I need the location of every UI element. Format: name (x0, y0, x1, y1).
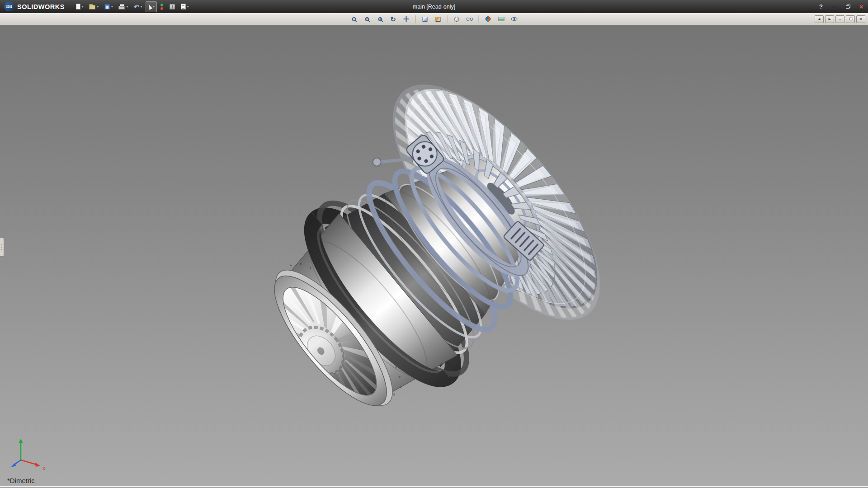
close-document-icon: × (859, 17, 862, 21)
x-axis (21, 460, 36, 465)
document-title: main [Read-only] (413, 4, 456, 10)
dropdown-caret-icon[interactable]: ▾ (82, 5, 84, 8)
file-properties-button[interactable]: ▾ (179, 1, 191, 12)
view-settings-icon (511, 17, 518, 21)
solidworks-logo: 3DS SOLIDWORKS (0, 2, 69, 11)
restore-document-button[interactable] (846, 15, 855, 23)
dropdown-caret-icon[interactable]: ▾ (126, 5, 128, 8)
undo-icon: ↶ (134, 4, 139, 10)
print-icon (118, 6, 125, 9)
minimize-document-button[interactable]: – (835, 15, 844, 23)
section-view-button[interactable] (433, 14, 443, 24)
dropdown-caret-icon[interactable]: ▾ (187, 5, 189, 8)
options-button[interactable] (167, 1, 177, 12)
bottom-strip (0, 486, 868, 488)
edit-appearance-icon (486, 16, 491, 22)
toolbar-separator (447, 15, 448, 23)
toolbar-separator (479, 15, 479, 23)
edit-appearance-button[interactable] (483, 14, 494, 24)
titlebar: 3DS SOLIDWORKS ▾▾▾▾↶▾▾▾ main [Read-only]… (0, 0, 868, 13)
open-icon (89, 5, 95, 9)
help-button[interactable]: ? (817, 3, 825, 10)
heads-up-view-toolbar: ↻ (349, 14, 520, 24)
file-toolbar: ▾▾▾▾↶▾▾▾ (74, 0, 191, 13)
zoom-to-area-icon (365, 17, 369, 21)
feature-tree-collapse-handle[interactable] (0, 238, 4, 257)
view-toolbar-row: ↻ ◂▸–× (0, 13, 868, 25)
dropdown-caret-icon[interactable]: ▾ (111, 5, 113, 8)
graphics-area[interactable]: x *Dimetric (0, 25, 868, 486)
orientation-triad: x (7, 436, 51, 474)
window-controls: ? – × (817, 0, 865, 13)
print-button[interactable]: ▾ (116, 1, 130, 12)
pan-button[interactable] (401, 14, 412, 24)
x-axis-arrow (35, 462, 40, 467)
zoom-to-fit-button[interactable] (349, 14, 359, 24)
dropdown-caret-icon[interactable]: ▾ (153, 5, 155, 8)
next-window-icon: ▸ (829, 17, 831, 21)
zoom-in-out-button[interactable] (375, 14, 386, 24)
x-axis-label: x (42, 465, 45, 471)
new-document-button[interactable]: ▾ (74, 1, 86, 12)
standard-views-button[interactable] (420, 14, 430, 24)
previous-window-icon: ◂ (818, 17, 821, 21)
save-button[interactable]: ▾ (102, 1, 115, 12)
minimize-window-button[interactable]: – (830, 3, 838, 10)
previous-window-button[interactable]: ◂ (815, 15, 824, 23)
rebuild-button[interactable] (158, 1, 166, 12)
zoom-to-fit-icon (352, 17, 356, 21)
dropdown-caret-icon[interactable]: ▾ (141, 5, 142, 8)
select-button[interactable]: ▾ (146, 1, 157, 12)
apply-scene-icon (498, 17, 505, 21)
restore-icon (846, 5, 849, 9)
display-style-icon (454, 17, 459, 22)
hide-show-items-button[interactable] (464, 14, 475, 24)
close-window-button[interactable]: × (857, 3, 865, 10)
zoom-in-out-icon (378, 17, 382, 21)
rotate-view-icon: ↻ (390, 16, 396, 23)
rotate-view-button[interactable]: ↻ (388, 14, 399, 24)
undo-button[interactable]: ↶▾ (132, 1, 144, 12)
dassault-3ds-logo-icon: 3DS (4, 2, 14, 11)
rebuild-icon (160, 4, 164, 10)
save-icon (104, 4, 110, 9)
apply-scene-button[interactable] (496, 14, 507, 24)
view-orientation-label: *Dimetric (7, 477, 35, 484)
y-axis-arrow (19, 439, 23, 443)
solidworks-logo-text: SOLIDWORKS (17, 3, 65, 10)
next-window-button[interactable]: ▸ (825, 15, 834, 23)
jet-engine-model[interactable] (212, 53, 635, 474)
display-style-button[interactable] (451, 14, 462, 24)
close-document-button[interactable]: × (856, 15, 865, 23)
select-icon (147, 3, 153, 9)
turbine-model-svg[interactable] (0, 25, 868, 486)
restore-document-icon (849, 18, 852, 20)
toolbar-separator (415, 15, 416, 23)
zoom-to-area-button[interactable] (362, 14, 373, 24)
solidworks-window: 3DS SOLIDWORKS ▾▾▾▾↶▾▾▾ main [Read-only]… (0, 0, 868, 488)
file-properties-icon (181, 4, 186, 9)
view-settings-button[interactable] (509, 14, 520, 24)
dropdown-caret-icon[interactable]: ▾ (97, 5, 99, 8)
document-window-controls: ◂▸–× (815, 15, 865, 23)
new-document-icon (76, 4, 80, 9)
open-button[interactable]: ▾ (87, 1, 101, 12)
hide-show-items-icon (466, 18, 473, 21)
options-icon (170, 4, 175, 9)
minimize-document-icon: – (839, 17, 841, 21)
pan-icon (404, 16, 409, 22)
z-axis-arrow (11, 463, 16, 467)
standard-views-icon (422, 17, 427, 22)
restore-window-button[interactable] (844, 3, 852, 10)
section-view-icon (435, 17, 440, 22)
